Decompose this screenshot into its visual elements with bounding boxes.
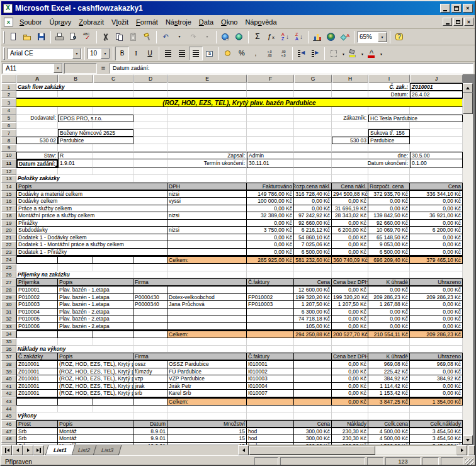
cell-A36[interactable]: Náklady na výkony (16, 346, 133, 353)
row-header-2[interactable]: 2 (1, 91, 16, 98)
cell-J21[interactable]: 0,00 Kč (410, 234, 463, 242)
cell-E7[interactable] (167, 129, 247, 137)
cell-I42[interactable]: 1 153,42 Kč (368, 390, 410, 397)
cell-I30[interactable]: 1 267,88 Kč (368, 301, 410, 309)
currency-button[interactable] (221, 47, 235, 60)
cell-F22[interactable]: 0,00 Kč (247, 241, 294, 249)
insert-hyperlink-button[interactable] (218, 30, 232, 44)
cell-H37[interactable]: Cena bez DPH (332, 353, 368, 361)
cell-E44[interactable] (167, 406, 247, 413)
cell-B31[interactable]: Plav. bazén - 2.etapa (58, 309, 133, 316)
align-center-button[interactable] (175, 47, 189, 60)
cell-E47[interactable]: 15 (167, 428, 247, 436)
row-header-6[interactable]: 6 (1, 122, 16, 130)
cell-I36[interactable] (368, 346, 410, 353)
cell-I46[interactable]: Celk.cena (368, 420, 410, 428)
cell-I37[interactable]: K úhradě (368, 353, 410, 361)
horizontal-scrollbar[interactable] (238, 445, 475, 455)
fill-color-button[interactable]: ▼ (346, 47, 365, 60)
cell-E14[interactable]: DPH (167, 183, 247, 191)
font-size-dropdown-icon[interactable]: ▼ (101, 48, 110, 59)
format-painter-button[interactable] (140, 30, 154, 44)
cell-J35[interactable] (410, 338, 463, 346)
cell-G48[interactable]: 300,00 Kč (294, 435, 332, 443)
first-sheet-button[interactable] (1, 445, 12, 455)
comma-button[interactable]: , (249, 47, 263, 60)
cell-E35[interactable] (167, 338, 247, 346)
cell-H29[interactable]: 199 320,20 Kč (332, 294, 368, 302)
cell-I22[interactable]: 9 053,00 Kč (368, 241, 410, 249)
cell-C43[interactable] (93, 397, 133, 406)
cell-H43[interactable]: 0,00 Kč (332, 397, 368, 406)
cell-I39[interactable]: 225,42 Kč (368, 368, 410, 376)
row-header-9[interactable]: 9 (1, 144, 16, 152)
cell-A26[interactable]: Příjemky na zakázku (16, 271, 133, 279)
cell-H36[interactable] (332, 346, 368, 353)
cell-E26[interactable] (167, 271, 247, 279)
copy-button[interactable] (113, 30, 127, 44)
cell-C10[interactable] (93, 152, 133, 159)
cell-G32[interactable]: 74 718,18 Kč (294, 315, 332, 323)
cell-A11[interactable]: Datum zadání: (16, 159, 58, 168)
cell-G37[interactable] (294, 353, 332, 361)
tab-list1[interactable]: List1 (45, 445, 76, 455)
cell-F30[interactable]: FP010003 (247, 301, 294, 309)
cell-A35[interactable] (16, 338, 58, 346)
cell-J44[interactable] (410, 406, 463, 413)
cell-E22[interactable] (167, 241, 247, 249)
cell-I43[interactable]: 3 847,25 Kč (368, 397, 410, 406)
cell-F47[interactable]: hod (247, 428, 294, 436)
cell-J42[interactable]: 0,00 Kč (410, 390, 463, 397)
cell-A1[interactable]: Cash flow zakázky (16, 83, 133, 91)
column-header-E[interactable]: E (167, 74, 247, 83)
cell-A21[interactable]: Dodatek 1 - Dodávky celkem (16, 234, 167, 242)
cell-D41[interactable]: jirak (133, 383, 167, 390)
cell-B38[interactable]: (ROZ, HOD, EZS, TEL), Krytý plav. bazén … (58, 361, 133, 368)
cell-F41[interactable]: I010004 (247, 383, 294, 390)
row-header-48[interactable]: 48 (1, 435, 16, 443)
cell-A43[interactable] (16, 397, 58, 406)
cell-D43[interactable] (133, 397, 167, 406)
toolbar-grip[interactable] (3, 31, 5, 43)
row-header-13[interactable]: 13 (1, 175, 16, 183)
cell-H6[interactable] (332, 122, 368, 130)
row-header-21[interactable]: 21 (1, 234, 16, 242)
cell-H41[interactable]: 0,00 Kč (332, 383, 368, 390)
row-header-17[interactable]: 17 (1, 205, 16, 213)
cell-B44[interactable] (58, 406, 93, 413)
undo-button[interactable]: ↶ (159, 30, 173, 44)
cell-H5[interactable]: Zákazník: (332, 115, 368, 122)
cell-A6[interactable] (16, 122, 58, 130)
cell-I40[interactable]: 384,92 Kč (368, 375, 410, 383)
cell-A24[interactable] (16, 256, 58, 264)
cell-J46[interactable]: Celk.náklady (410, 420, 463, 428)
row-header-33[interactable]: 33 (1, 323, 16, 331)
cell-A45[interactable]: Výkony (16, 412, 133, 420)
cell-J12[interactable] (410, 168, 463, 176)
cell-J36[interactable] (410, 346, 463, 353)
row-header-46[interactable]: 46 (1, 420, 16, 428)
row-header-14[interactable]: 14 (1, 183, 16, 191)
cell-J7[interactable] (410, 129, 463, 137)
cell-A32[interactable]: P010005 (16, 315, 58, 323)
cell-F24[interactable]: 285 925,00 Kč (247, 256, 294, 264)
row-header-37[interactable]: 37 (1, 353, 16, 361)
cell-H18[interactable]: 28 343,02 Kč (332, 212, 368, 220)
cell-I20[interactable]: 10 069,70 Kč (368, 227, 410, 234)
cell-J41[interactable]: 0,00 Kč (410, 383, 463, 390)
cell-F7[interactable] (247, 129, 294, 137)
print-button[interactable] (53, 30, 67, 44)
row-header-25[interactable]: 25 (1, 264, 16, 271)
row-header-24[interactable]: 24 (1, 256, 16, 264)
cell-I2[interactable]: Datum: (368, 91, 410, 98)
cell-G30[interactable]: 1 207,50 Kč (294, 301, 332, 309)
cell-H12[interactable] (332, 168, 368, 176)
cell-B32[interactable]: Plav. bazén - 2.etapa (58, 315, 133, 323)
row-header-42[interactable]: 42 (1, 390, 16, 397)
row-header-28[interactable]: 28 (1, 287, 16, 294)
cell-H13[interactable] (332, 175, 368, 183)
cell-G27[interactable]: Cena (294, 278, 332, 287)
row-header-34[interactable]: 34 (1, 330, 16, 338)
cell-H46[interactable]: Náklady (332, 420, 368, 428)
spelling-button[interactable]: ABC✓ (81, 30, 94, 44)
